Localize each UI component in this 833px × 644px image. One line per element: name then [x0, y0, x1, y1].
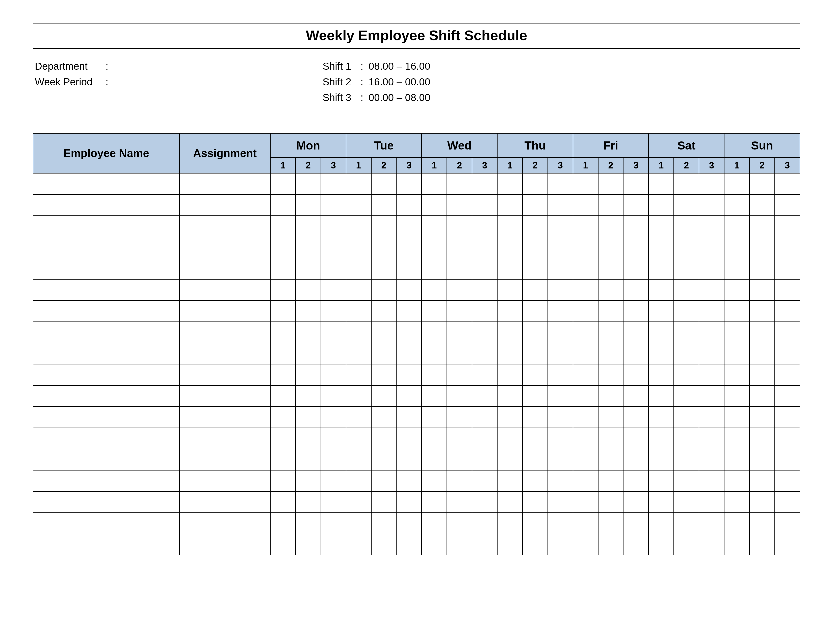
cell-shift: [775, 449, 800, 470]
cell-shift: [472, 258, 497, 279]
cell-shift: [674, 279, 699, 301]
cell-shift: [447, 301, 472, 322]
cell-shift: [573, 343, 598, 364]
schedule-table: Employee Name Assignment Mon Tue Wed Thu…: [33, 133, 800, 555]
cell-shift: [573, 449, 598, 470]
cell-shift: [699, 216, 724, 237]
cell-shift: [371, 322, 397, 343]
cell-shift: [724, 470, 749, 491]
cell-shift: [648, 449, 674, 470]
cell-shift: [421, 195, 447, 216]
cell-shift: [421, 491, 447, 513]
cell-shift: [396, 491, 421, 513]
cell-shift: [321, 258, 346, 279]
cell-shift: [648, 279, 674, 301]
cell-shift: [270, 173, 296, 195]
cell-shift: [371, 428, 397, 449]
cell-shift: [321, 216, 346, 237]
cell-shift: [396, 173, 421, 195]
cell-shift: [523, 322, 548, 343]
cell-shift: [548, 173, 573, 195]
header-shift: 2: [371, 158, 397, 173]
cell-employee: [33, 279, 180, 301]
cell-shift: [321, 322, 346, 343]
cell-shift: [321, 428, 346, 449]
cell-employee: [33, 237, 180, 258]
cell-shift: [749, 491, 775, 513]
header-shift: 3: [699, 158, 724, 173]
cell-shift: [674, 449, 699, 470]
cell-shift: [548, 407, 573, 428]
cell-shift: [548, 195, 573, 216]
cell-shift: [623, 470, 648, 491]
cell-shift: [421, 343, 447, 364]
table-row: [33, 470, 800, 491]
cell-shift: [648, 407, 674, 428]
cell-shift: [472, 385, 497, 407]
cell-shift: [573, 407, 598, 428]
cell-shift: [421, 470, 447, 491]
cell-shift: [296, 322, 321, 343]
cell-shift: [371, 301, 397, 322]
cell-shift: [548, 364, 573, 385]
cell-shift: [749, 195, 775, 216]
cell-shift: [573, 470, 598, 491]
cell-shift: [699, 534, 724, 555]
cell-shift: [598, 385, 624, 407]
cell-shift: [523, 449, 548, 470]
cell-shift: [523, 534, 548, 555]
cell-shift: [497, 279, 523, 301]
cell-shift: [270, 237, 296, 258]
cell-shift: [523, 407, 548, 428]
table-row: [33, 407, 800, 428]
cell-shift: [371, 491, 397, 513]
cell-shift: [321, 491, 346, 513]
separator: :: [360, 58, 368, 74]
cell-shift: [573, 279, 598, 301]
separator: :: [360, 74, 368, 90]
cell-shift: [472, 449, 497, 470]
cell-shift: [598, 216, 624, 237]
cell-assignment: [180, 216, 270, 237]
header-day-tue: Tue: [346, 134, 422, 158]
cell-shift: [296, 343, 321, 364]
cell-shift: [421, 279, 447, 301]
cell-shift: [648, 428, 674, 449]
cell-shift: [749, 301, 775, 322]
cell-shift: [674, 216, 699, 237]
cell-shift: [270, 322, 296, 343]
header-shift: 1: [421, 158, 447, 173]
cell-shift: [648, 195, 674, 216]
header-day-thu: Thu: [497, 134, 573, 158]
cell-shift: [371, 407, 397, 428]
cell-shift: [548, 534, 573, 555]
cell-shift: [598, 428, 624, 449]
cell-assignment: [180, 449, 270, 470]
page-title: Weekly Employee Shift Schedule: [33, 24, 800, 48]
cell-shift: [598, 258, 624, 279]
header-shift: 1: [497, 158, 523, 173]
cell-shift: [371, 385, 397, 407]
cell-shift: [396, 470, 421, 491]
table-row: [33, 216, 800, 237]
cell-employee: [33, 513, 180, 534]
table-head: Employee Name Assignment Mon Tue Wed Thu…: [33, 134, 800, 173]
table-row: [33, 195, 800, 216]
cell-shift: [296, 258, 321, 279]
cell-shift: [573, 428, 598, 449]
cell-shift: [623, 216, 648, 237]
cell-shift: [371, 534, 397, 555]
cell-shift: [396, 428, 421, 449]
cell-shift: [724, 407, 749, 428]
cell-shift: [699, 173, 724, 195]
cell-shift: [749, 237, 775, 258]
cell-shift: [371, 279, 397, 301]
cell-shift: [523, 385, 548, 407]
cell-shift: [396, 301, 421, 322]
cell-shift: [321, 364, 346, 385]
cell-shift: [598, 470, 624, 491]
cell-shift: [749, 322, 775, 343]
cell-assignment: [180, 470, 270, 491]
cell-shift: [270, 407, 296, 428]
cell-shift: [775, 491, 800, 513]
